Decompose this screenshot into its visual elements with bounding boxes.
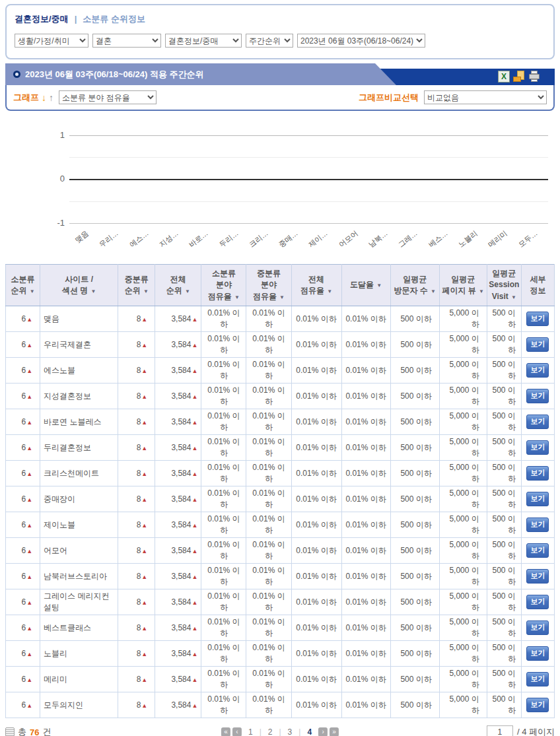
cell-pageviews: 5,000 이하 [439, 384, 487, 409]
table-row: 6▲바로연 노블레스8▲3,584▲0.01% 이하0.01% 이하0.01% … [6, 409, 555, 435]
rank-up-icon: ▲ [26, 496, 32, 503]
sort-desc-icon[interactable]: ▼ [184, 288, 190, 294]
detail-view-button[interactable]: 보기 [526, 363, 549, 378]
first-page-button[interactable]: « [221, 727, 230, 736]
detail-view-button[interactable]: 보기 [526, 672, 549, 686]
detail-view-button[interactable]: 보기 [526, 646, 549, 661]
cell-detail: 보기 [521, 461, 554, 486]
rank-up-icon: ▲ [192, 677, 197, 683]
cell-mid-rank: 8▲ [118, 692, 155, 718]
cell-share-mid: 0.01% 이하 [246, 564, 291, 589]
detail-view-button[interactable]: 보기 [526, 698, 549, 712]
rank-up-icon: ▲ [141, 368, 147, 374]
graph-label: 그래프 [13, 92, 39, 104]
cell-reach: 0.01% 이하 [341, 667, 390, 692]
rank-up-icon: ▲ [192, 342, 197, 349]
cell-mid-rank: 8▲ [118, 435, 155, 461]
cell-share-small: 0.01% 이하 [201, 615, 246, 641]
prev-page-button[interactable]: ‹ [232, 727, 242, 736]
cell-share-total: 0.01% 이하 [291, 564, 341, 589]
cell-reach: 0.01% 이하 [341, 486, 390, 512]
next-page-button[interactable]: › [318, 727, 328, 736]
cell-pageviews: 5,000 이하 [439, 358, 487, 384]
page-number[interactable]: 2 [263, 727, 277, 736]
sort-desc-icon[interactable]: ▼ [375, 283, 382, 288]
detail-view-button[interactable]: 보기 [526, 389, 549, 403]
cell-name: 중매장이 [40, 486, 118, 512]
detail-view-button[interactable]: 보기 [526, 415, 549, 429]
save-send-icon[interactable] [513, 71, 525, 83]
graph-compare-select[interactable]: 비교없음 [424, 90, 547, 104]
detail-view-button[interactable]: 보기 [526, 595, 549, 609]
cell-visitors: 500 이하 [390, 358, 439, 384]
page-number[interactable]: 3 [283, 727, 297, 736]
rank-up-icon: ▲ [141, 471, 147, 477]
cell-share-mid: 0.01% 이하 [246, 486, 291, 512]
cell-name: 메리미 [40, 667, 118, 692]
cell-reach: 0.01% 이하 [341, 306, 390, 332]
print-icon[interactable] [528, 71, 540, 83]
period-select[interactable]: 2023년 06월 03주(06/18~06/24) [297, 34, 425, 48]
category-mid-select[interactable]: 결혼 [92, 34, 161, 48]
rank-up-icon: ▲ [192, 522, 197, 529]
category-small-select[interactable]: 결혼정보/중매 [165, 34, 242, 48]
cell-share-total: 0.01% 이하 [291, 667, 341, 692]
table-row: 6▲메리미8▲3,584▲0.01% 이하0.01% 이하0.01% 이하0.0… [6, 667, 555, 692]
sort-desc-icon[interactable]: ▼ [233, 294, 240, 300]
cell-mid-rank: 8▲ [118, 409, 155, 435]
gridline [69, 201, 548, 202]
cell-detail: 보기 [521, 667, 554, 692]
panel-toolbar: X [498, 71, 540, 83]
sort-desc-icon[interactable]: ▼ [429, 288, 436, 294]
category-group-select[interactable]: 생활/가정/취미 [15, 34, 88, 48]
sort-desc-icon[interactable]: ▼ [510, 294, 516, 300]
cell-name: 우리국제결혼 [40, 332, 118, 358]
excel-export-icon[interactable]: X [498, 71, 510, 83]
cell-share-total: 0.01% 이하 [291, 615, 341, 641]
rank-up-icon: ▲ [26, 471, 32, 477]
sort-up-arrow-icon[interactable]: ↑ [49, 92, 53, 103]
cell-share-small: 0.01% 이하 [201, 641, 246, 667]
zero-axis-line [69, 179, 548, 180]
detail-view-button[interactable]: 보기 [526, 543, 549, 558]
detail-view-button[interactable]: 보기 [526, 337, 549, 352]
cell-session: 500 이하 [487, 332, 521, 358]
detail-view-button[interactable]: 보기 [526, 492, 549, 506]
detail-view-button[interactable]: 보기 [526, 312, 549, 326]
detail-view-button[interactable]: 보기 [526, 440, 549, 455]
sort-desc-icon[interactable]: ▼ [326, 288, 332, 294]
cell-name: 남북러브스토리아 [40, 564, 118, 589]
cell-session: 500 이하 [487, 461, 521, 486]
cell-pageviews: 5,000 이하 [439, 589, 487, 615]
cell-share-mid: 0.01% 이하 [246, 384, 291, 409]
detail-view-button[interactable]: 보기 [526, 620, 549, 635]
cell-share-total: 0.01% 이하 [291, 358, 341, 384]
sort-desc-icon[interactable]: ▼ [28, 288, 34, 294]
period-type-select[interactable]: 주간순위 [246, 34, 293, 48]
detail-view-button[interactable]: 보기 [526, 518, 549, 532]
rank-up-icon: ▲ [26, 393, 32, 400]
graph-metric-select[interactable]: 소분류 분야 점유율 [59, 90, 157, 104]
cell-visitors: 500 이하 [390, 692, 439, 718]
sort-desc-icon[interactable]: ▼ [278, 294, 285, 300]
cell-total-rank: 3,584▲ [155, 564, 201, 589]
detail-view-button[interactable]: 보기 [526, 569, 549, 584]
last-page-button[interactable]: » [330, 727, 339, 736]
detail-view-button[interactable]: 보기 [526, 466, 549, 481]
cell-mid-rank: 8▲ [118, 486, 155, 512]
cell-pageviews: 5,000 이하 [439, 667, 487, 692]
sort-desc-icon[interactable]: ▼ [142, 288, 149, 294]
cell-share-mid: 0.01% 이하 [246, 589, 291, 615]
sort-desc-icon[interactable]: ▼ [477, 288, 484, 294]
envelope-icon [513, 77, 521, 82]
page-number[interactable]: 1 [244, 727, 258, 736]
sort-down-arrow-icon[interactable]: ↓ [42, 92, 46, 103]
cell-session: 500 이하 [487, 692, 521, 718]
page-number[interactable]: 4 [302, 727, 316, 736]
sort-desc-icon[interactable]: ▼ [89, 288, 96, 294]
column-header-label: 세부 정보 [530, 275, 545, 295]
cell-total-rank: 3,584▲ [155, 461, 201, 486]
rank-up-icon: ▲ [192, 599, 197, 606]
page-input[interactable] [487, 725, 513, 736]
rank-up-icon: ▲ [26, 599, 32, 606]
